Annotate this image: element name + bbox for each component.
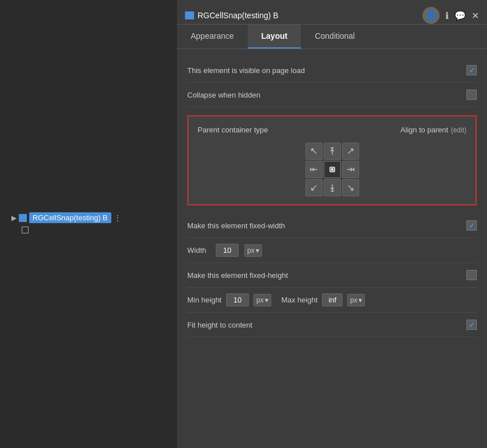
alignment-grid — [198, 143, 466, 196]
align-row-2 — [305, 161, 359, 178]
tree-item[interactable]: ▶ RGCellSnap(testing) B ⋮ — [11, 212, 122, 223]
tab-conditional[interactable]: Conditional — [301, 25, 368, 49]
max-height-unit-text: px — [350, 296, 357, 304]
child-element-icon — [22, 227, 29, 233]
align-to-parent-group: Align to parent (edit) — [400, 124, 466, 135]
tabs: Appearance Layout Conditional — [177, 25, 487, 49]
collapse-when-hidden-row: Collapse when hidden — [187, 83, 477, 107]
width-unit-text: px — [247, 247, 255, 255]
fixed-width-label: Make this element fixed-width — [187, 221, 285, 230]
info-icon[interactable]: ℹ — [445, 10, 449, 21]
min-height-unit-text: px — [256, 296, 264, 304]
parent-container-title: Parent container type — [198, 126, 268, 134]
tab-appearance[interactable]: Appearance — [177, 25, 248, 49]
visible-on-load-checkbox[interactable] — [466, 65, 477, 75]
width-unit-select[interactable]: px ▾ — [244, 244, 262, 257]
panel-title-text: RGCellSnap(testing) B — [198, 11, 279, 20]
align-bottom-left-button[interactable] — [305, 179, 323, 196]
align-middle-right-button[interactable] — [342, 161, 359, 178]
header-icons: 👤 ℹ 💬 ✕ — [422, 7, 479, 24]
height-row: Min height px ▾ Max height px ▾ — [187, 288, 477, 313]
right-panel: RGCellSnap(testing) B 👤 ℹ 💬 ✕ Appearance… — [177, 0, 487, 448]
svg-rect-5 — [331, 168, 333, 171]
min-height-unit-chevron-icon: ▾ — [265, 296, 268, 304]
panel-header: RGCellSnap(testing) B 👤 ℹ 💬 ✕ — [177, 0, 487, 25]
align-center-button[interactable] — [324, 161, 341, 178]
tree-item-label[interactable]: RGCellSnap(testing) B — [29, 212, 111, 223]
width-row: Width px ▾ — [187, 238, 477, 263]
align-top-right-button[interactable] — [342, 143, 359, 160]
collapse-when-hidden-label: Collapse when hidden — [187, 91, 260, 99]
width-unit-chevron-icon: ▾ — [256, 247, 259, 255]
align-top-center-button[interactable] — [324, 143, 341, 160]
tree-item-menu-icon[interactable]: ⋮ — [114, 213, 122, 223]
element-icon — [19, 214, 27, 222]
close-icon[interactable]: ✕ — [472, 10, 479, 21]
tab-layout[interactable]: Layout — [248, 25, 301, 49]
parent-container-header: Parent container type Align to parent (e… — [198, 124, 466, 135]
align-row-1 — [305, 143, 359, 160]
fixed-height-checkbox[interactable] — [466, 270, 477, 280]
min-height-unit-select[interactable]: px ▾ — [253, 294, 271, 306]
max-height-label: Max height — [281, 296, 318, 304]
min-height-input[interactable] — [226, 293, 249, 306]
width-label: Width — [187, 246, 210, 255]
fit-height-row: Fit height to content — [187, 313, 477, 337]
parent-container-box: Parent container type Align to parent (e… — [187, 115, 477, 205]
align-to-parent-label: Align to parent — [400, 126, 448, 134]
visible-on-load-row: This element is visible on page load — [187, 58, 477, 83]
comment-icon[interactable]: 💬 — [454, 10, 466, 21]
fixed-height-row: Make this element fixed-height — [187, 263, 477, 288]
panel-title: RGCellSnap(testing) B — [185, 11, 279, 20]
fixed-width-row: Make this element fixed-width — [187, 213, 477, 238]
visible-on-load-label: This element is visible on page load — [187, 66, 305, 75]
align-middle-left-button[interactable] — [305, 161, 323, 178]
max-height-unit-chevron-icon: ▾ — [359, 296, 362, 304]
align-bottom-center-button[interactable] — [324, 179, 341, 196]
min-height-label: Min height — [187, 296, 222, 304]
avatar-icon[interactable]: 👤 — [422, 7, 440, 24]
avatar-symbol: 👤 — [426, 11, 436, 20]
left-panel: ▶ RGCellSnap(testing) B ⋮ — [0, 0, 177, 448]
width-input[interactable] — [216, 244, 239, 257]
align-top-left-button[interactable] — [305, 143, 323, 160]
align-edit-link[interactable]: (edit) — [451, 126, 466, 134]
fixed-height-label: Make this element fixed-height — [187, 271, 288, 280]
max-height-input[interactable] — [322, 293, 343, 306]
fit-height-label: Fit height to content — [187, 321, 252, 329]
max-height-unit-select[interactable]: px ▾ — [347, 294, 365, 306]
fixed-width-checkbox[interactable] — [466, 220, 477, 231]
tree-child — [22, 225, 122, 236]
align-bottom-right-button[interactable] — [342, 179, 359, 196]
tree-arrow-icon: ▶ — [11, 214, 17, 222]
fit-height-checkbox[interactable] — [466, 320, 477, 330]
align-row-3 — [305, 179, 359, 196]
collapse-when-hidden-checkbox[interactable] — [466, 90, 477, 100]
panel-title-icon — [185, 11, 194, 19]
panel-content: This element is visible on page load Col… — [177, 49, 487, 448]
